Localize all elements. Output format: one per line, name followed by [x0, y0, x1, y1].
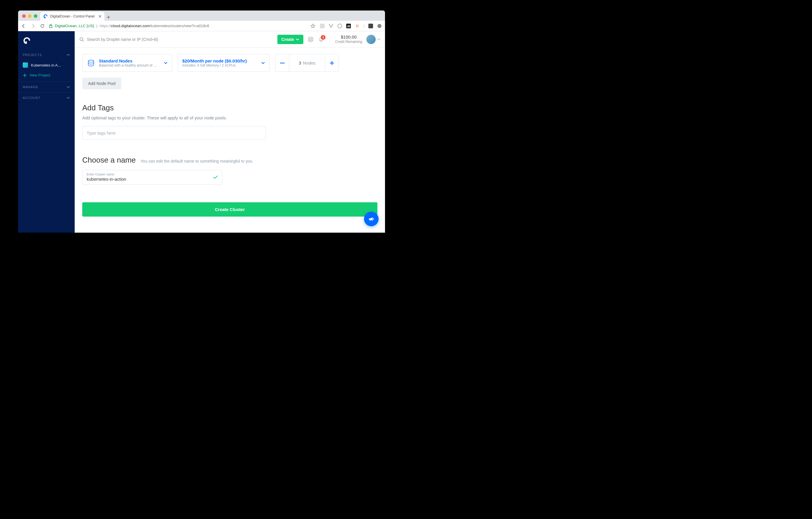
chevron-up-icon [66, 54, 70, 56]
sidebar: PROJECTS Kubernetes in A... New Project … [18, 31, 75, 233]
digitalocean-logo-icon [23, 36, 31, 45]
node-count-value: 3 [299, 60, 301, 65]
close-window-button[interactable] [22, 14, 26, 18]
maximize-window-button[interactable] [34, 14, 37, 18]
svg-rect-3 [320, 24, 325, 28]
svg-point-15 [88, 60, 94, 62]
credit-label: Credit Remaining [335, 40, 362, 44]
minimize-window-button[interactable] [28, 14, 31, 18]
node-plan-selector[interactable]: $20/Month per node ($0.030/hr) Includes:… [178, 54, 269, 72]
node-type-selector[interactable]: Standard Nodes Balanced with a healthy a… [82, 54, 172, 72]
chevron-down-icon [66, 86, 70, 88]
tab-bar: DigitalOcean - Control Panel [18, 10, 385, 21]
reload-button[interactable] [40, 24, 45, 28]
node-type-title: Standard Nodes [99, 58, 157, 63]
account-label: ACCOUNT [23, 96, 40, 100]
star-icon[interactable] [310, 24, 316, 28]
manage-label: MANAGE [23, 85, 38, 89]
chevron-down-icon [164, 62, 168, 64]
feedback-fab-button[interactable] [364, 212, 379, 226]
checkmark-icon [213, 175, 218, 179]
node-plan-title: $20/Month per node ($0.030/hr) [182, 58, 247, 63]
svg-rect-16 [280, 62, 285, 63]
account-section-header[interactable]: ACCOUNT [18, 92, 75, 103]
svg-point-12 [80, 38, 83, 40]
node-pool-row: Standard Nodes Balanced with a healthy a… [82, 54, 377, 72]
cluster-name-input[interactable]: Enter Cluster name kubernetes-in-action [82, 170, 222, 185]
credit-amount: $100.00 [335, 34, 362, 40]
close-tab-icon[interactable] [98, 15, 102, 18]
back-button[interactable] [21, 24, 26, 28]
svg-text:JB: JB [347, 25, 351, 28]
forward-button[interactable] [30, 24, 36, 28]
svg-point-4 [338, 24, 342, 28]
support-icon[interactable] [308, 36, 314, 43]
sidebar-project-item[interactable]: Kubernetes in A... [18, 60, 75, 70]
project-name: Kubernetes in A... [31, 63, 61, 67]
digitalocean-favicon-icon [43, 14, 48, 19]
chevron-down-icon [261, 62, 265, 64]
plus-icon [23, 73, 27, 77]
topbar: Search by Droplet name or IP (Cmd+B) Cre… [75, 31, 385, 48]
new-project-button[interactable]: New Project [18, 70, 75, 81]
url-field[interactable]: DigitalOcean, LLC [US] | https://cloud.d… [49, 24, 306, 28]
name-subtitle: You can edit the default name to somethi… [141, 159, 254, 163]
content: Standard Nodes Balanced with a healthy a… [75, 48, 385, 225]
standard-nodes-icon [87, 59, 95, 67]
increment-button[interactable] [325, 54, 339, 72]
create-cluster-button[interactable]: Create Cluster [82, 202, 377, 217]
browser-tab[interactable]: DigitalOcean - Control Panel [40, 12, 105, 21]
extension-icon[interactable] [320, 23, 325, 29]
create-button[interactable]: Create [278, 35, 303, 44]
node-count-display: 3 Nodes [289, 54, 325, 72]
new-project-label: New Project [30, 73, 50, 77]
lock-icon [49, 24, 53, 28]
svg-rect-0 [45, 17, 46, 18]
cluster-name-value: kubernetes-in-action [87, 176, 213, 182]
svg-rect-11 [24, 42, 25, 43]
extension-icon[interactable]: ʊ [355, 23, 360, 29]
logo[interactable] [18, 35, 75, 50]
tab-title: DigitalOcean - Control Panel [50, 14, 94, 18]
projects-label: PROJECTS [23, 53, 42, 57]
project-icon [23, 62, 28, 68]
node-plan-subtitle: Includes: 4 GB Memory / 2 vCPUs [182, 63, 247, 67]
tags-description: Add optional tags to your cluster. These… [82, 115, 377, 120]
svg-rect-7 [368, 24, 373, 28]
svg-rect-1 [44, 18, 45, 18]
vue-icon[interactable] [328, 23, 334, 29]
notification-badge: 1 [321, 35, 325, 40]
avatar [366, 35, 376, 44]
search-icon [79, 37, 84, 42]
cluster-name-label: Enter Cluster name [87, 172, 213, 176]
url-organization: DigitalOcean, LLC [US] [55, 24, 94, 28]
chevron-down-icon [377, 38, 380, 40]
node-count-stepper: 3 Nodes [276, 54, 339, 72]
browser-window: DigitalOcean - Control Panel DigitalOcea… [18, 10, 385, 233]
name-title: Choose a name [82, 156, 136, 165]
add-node-pool-button[interactable]: Add Node Pool [82, 78, 121, 89]
extension-icon[interactable]: JB [346, 23, 351, 29]
svg-rect-10 [25, 43, 26, 44]
svg-rect-2 [50, 26, 52, 28]
decrement-button[interactable] [276, 54, 289, 72]
tags-placeholder: Type tags here [87, 131, 116, 135]
address-bar: DigitalOcean, LLC [US] | https://cloud.d… [18, 21, 385, 31]
window-controls [21, 14, 40, 21]
svg-point-8 [377, 24, 381, 28]
new-tab-button[interactable] [105, 16, 113, 21]
tags-input[interactable]: Type tags here [82, 126, 266, 140]
projects-section-header[interactable]: PROJECTS [18, 50, 75, 60]
search-input[interactable]: Search by Droplet name or IP (Cmd+B) [79, 37, 273, 42]
notifications-icon[interactable]: 1 [318, 36, 324, 43]
extension-icon[interactable] [368, 23, 373, 29]
tags-title: Add Tags [82, 103, 377, 112]
chevron-down-icon [66, 97, 70, 99]
profile-icon[interactable] [377, 23, 382, 29]
account-menu[interactable] [366, 35, 380, 44]
manage-section-header[interactable]: MANAGE [18, 82, 75, 92]
svg-point-14 [310, 38, 312, 40]
name-section-header: Choose a name You can edit the default n… [82, 156, 377, 165]
main: Search by Droplet name or IP (Cmd+B) Cre… [75, 31, 385, 233]
extension-icon[interactable] [337, 23, 342, 29]
